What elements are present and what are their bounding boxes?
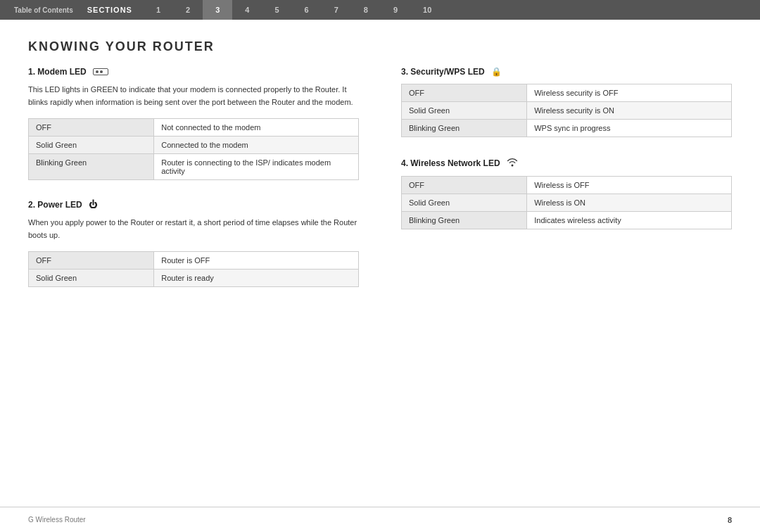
nav-num-5[interactable]: 5	[262, 0, 291, 20]
nav-num-1[interactable]: 1	[144, 0, 173, 20]
security-desc-3: WPS sync in progress	[527, 120, 732, 137]
footer: G Wireless Router 8	[0, 507, 760, 532]
table-row: Solid Green Wireless is ON	[402, 194, 732, 212]
modem-desc-1: Not connected to the modem	[154, 119, 359, 137]
nav-num-10[interactable]: 10	[410, 0, 444, 20]
modem-led-description: This LED lights in GREEN to indicate tha…	[28, 84, 359, 108]
nav-num-9[interactable]: 9	[381, 0, 410, 20]
footer-page: 8	[728, 516, 732, 524]
security-led-table: OFF Wireless security is OFF Solid Green…	[401, 84, 732, 137]
modem-state-3: Blinking Green	[29, 154, 154, 180]
wireless-state-3: Blinking Green	[402, 212, 527, 229]
toc-label: Table of Contents	[14, 6, 82, 14]
modem-desc-3: Router is connecting to the ISP/ indicat…	[154, 154, 359, 180]
wireless-desc-1: Wireless is OFF	[527, 177, 732, 194]
page-title: KNOWING YOUR ROUTER	[0, 20, 760, 67]
modem-desc-2: Connected to the modem	[154, 137, 359, 154]
wireless-led-heading: 4. Wireless Network LED	[401, 157, 732, 169]
power-led-table: OFF Router is OFF Solid Green Router is …	[28, 251, 359, 287]
modem-icon	[93, 68, 108, 75]
security-led-heading: 3. Security/WPS LED 🔒	[401, 67, 732, 77]
table-row: Solid Green Router is ready	[29, 270, 359, 287]
table-row: Solid Green Wireless security is ON	[402, 102, 732, 120]
modem-led-table: OFF Not connected to the modem Solid Gre…	[28, 118, 359, 180]
lock-icon: 🔒	[491, 67, 502, 77]
power-state-2: Solid Green	[29, 270, 154, 287]
power-icon: ⏻	[89, 200, 97, 210]
modem-state-2: Solid Green	[29, 137, 154, 154]
main-content: 1. Modem LED This LED lights in GREEN to…	[0, 67, 760, 307]
nav-bar: Table of Contents SECTIONS 1 2 3 4 5 6 7…	[0, 0, 760, 20]
modem-led-heading: 1. Modem LED	[28, 67, 359, 77]
nav-num-2[interactable]: 2	[173, 0, 203, 20]
nav-num-8[interactable]: 8	[351, 0, 381, 20]
power-led-heading: 2. Power LED ⏻	[28, 200, 359, 210]
wifi-icon	[507, 157, 518, 169]
sections-label: SECTIONS	[82, 6, 144, 14]
power-led-description: When you apply power to the Router or re…	[28, 217, 359, 241]
security-desc-1: Wireless security is OFF	[527, 84, 732, 102]
nav-num-4[interactable]: 4	[232, 0, 262, 20]
power-state-1: OFF	[29, 252, 154, 270]
security-desc-2: Wireless security is ON	[527, 102, 732, 120]
power-desc-2: Router is ready	[154, 270, 359, 287]
left-column: 1. Modem LED This LED lights in GREEN to…	[28, 67, 359, 307]
wireless-desc-2: Wireless is ON	[527, 194, 732, 212]
table-row: OFF Router is OFF	[29, 252, 359, 270]
table-row: Blinking Green Indicates wireless activi…	[402, 212, 732, 229]
nav-numbers: 1 2 3 4 5 6 7 8 9 10	[144, 0, 746, 20]
right-column: 3. Security/WPS LED 🔒 OFF Wireless secur…	[401, 67, 732, 307]
table-row: OFF Wireless security is OFF	[402, 84, 732, 102]
table-row: Blinking Green Router is connecting to t…	[29, 154, 359, 180]
modem-state-1: OFF	[29, 119, 154, 137]
wireless-led-table: OFF Wireless is OFF Solid Green Wireless…	[401, 176, 732, 229]
table-row: OFF Wireless is OFF	[402, 177, 732, 194]
security-state-3: Blinking Green	[402, 120, 527, 137]
footer-brand: G Wireless Router	[28, 516, 86, 524]
power-desc-1: Router is OFF	[154, 252, 359, 270]
wireless-state-2: Solid Green	[402, 194, 527, 212]
table-row: Blinking Green WPS sync in progress	[402, 120, 732, 137]
table-row: OFF Not connected to the modem	[29, 119, 359, 137]
wireless-state-1: OFF	[402, 177, 527, 194]
nav-num-7[interactable]: 7	[322, 0, 351, 20]
security-state-1: OFF	[402, 84, 527, 102]
table-row: Solid Green Connected to the modem	[29, 137, 359, 154]
nav-num-3[interactable]: 3	[203, 0, 232, 20]
nav-num-6[interactable]: 6	[292, 0, 322, 20]
security-state-2: Solid Green	[402, 102, 527, 120]
wireless-desc-3: Indicates wireless activity	[527, 212, 732, 229]
